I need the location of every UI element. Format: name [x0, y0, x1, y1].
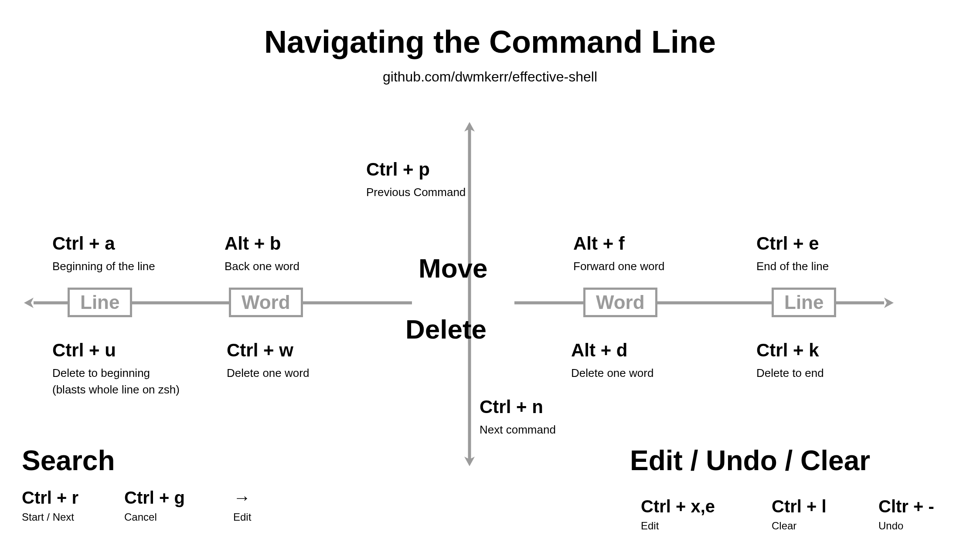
search-item-2-desc: Edit [233, 511, 251, 523]
shortcut-alt-d-desc: Delete one word [571, 365, 653, 381]
shortcut-ctrl-k-desc: Delete to end [756, 365, 824, 381]
svg-marker-4 [24, 298, 34, 308]
page-subtitle: github.com/dwmkerr/effective-shell [0, 69, 980, 85]
search-item-0-key: Ctrl + r [22, 488, 78, 508]
search-item-0-desc: Start / Next [22, 511, 78, 523]
badge-word-left: Word [229, 288, 303, 317]
badge-line-left: Line [68, 288, 132, 317]
shortcut-ctrl-e-key: Ctrl + e [756, 233, 829, 254]
shortcut-prev-desc: Previous Command [366, 184, 466, 200]
editundo-heading: Edit / Undo / Clear [630, 444, 870, 477]
shortcut-ctrl-u-desc: Delete to beginning [52, 365, 180, 381]
editundo-item-1-desc: Clear [772, 520, 827, 532]
editundo-item-1-key: Ctrl + l [772, 497, 827, 516]
search-item-1-key: Ctrl + g [124, 488, 185, 508]
search-item-1-desc: Cancel [124, 511, 185, 523]
shortcut-prev-key: Ctrl + p [366, 159, 466, 180]
editundo-item-2-key: Cltr + - [878, 497, 934, 516]
editundo-item-0-desc: Edit [641, 520, 715, 532]
shortcut-ctrl-u-key: Ctrl + u [52, 340, 180, 361]
svg-marker-6 [884, 298, 894, 308]
search-item-2-key: → [233, 488, 251, 508]
shortcut-alt-f-key: Alt + f [573, 233, 665, 254]
editundo-item-2-desc: Undo [878, 520, 934, 532]
center-delete-label: Delete [405, 314, 487, 345]
badge-word-right: Word [583, 288, 657, 317]
shortcut-ctrl-a-desc: Beginning of the line [52, 258, 155, 274]
badge-line-right: Line [772, 288, 836, 317]
shortcut-ctrl-e-desc: End of the line [756, 258, 829, 274]
shortcut-ctrl-a-key: Ctrl + a [52, 233, 155, 254]
search-heading: Search [22, 444, 115, 477]
shortcut-alt-f-desc: Forward one word [573, 258, 665, 274]
shortcut-ctrl-w-key: Ctrl + w [227, 340, 309, 361]
arrow-right-icon [514, 296, 894, 309]
shortcut-alt-b-key: Alt + b [225, 233, 299, 254]
shortcut-next-desc: Next command [480, 422, 556, 437]
center-move-label: Move [419, 253, 487, 284]
shortcut-ctrl-u-desc2: (blasts whole line on zsh) [52, 382, 180, 397]
shortcut-next-key: Ctrl + n [480, 396, 556, 417]
shortcut-ctrl-k-key: Ctrl + k [756, 340, 824, 361]
editundo-item-0-key: Ctrl + x,e [641, 497, 715, 516]
shortcut-alt-b-desc: Back one word [225, 258, 299, 274]
shortcut-ctrl-w-desc: Delete one word [227, 365, 309, 381]
page-title: Navigating the Command Line [0, 24, 980, 60]
shortcut-alt-d-key: Alt + d [571, 340, 653, 361]
